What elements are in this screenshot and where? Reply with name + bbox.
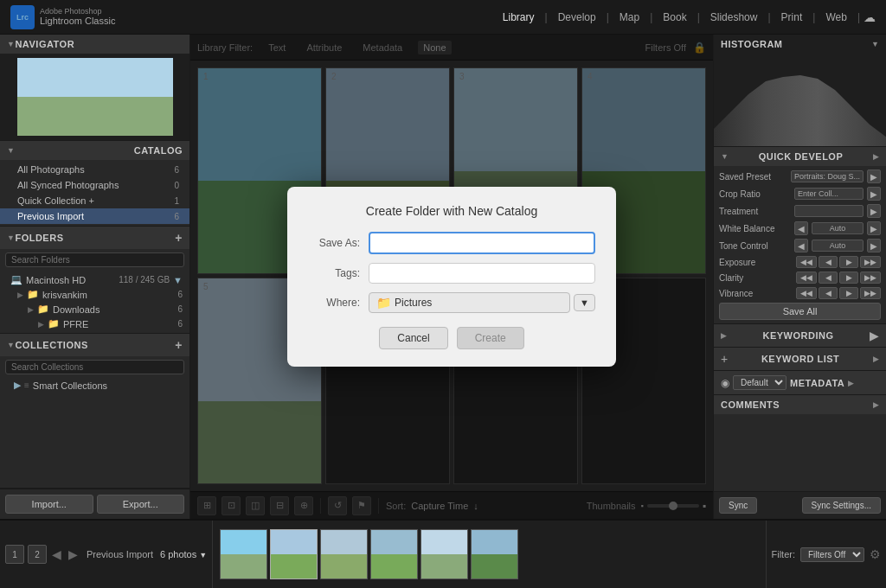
filmstrip-counter-1[interactable]: 1 — [5, 545, 24, 564]
where-dropdown-button[interactable]: ▼ — [574, 294, 595, 311]
smart-collections-item[interactable]: ▶ ≡ Smart Collections — [0, 378, 189, 393]
nav-book[interactable]: Book — [656, 10, 693, 25]
saved-preset-arrow[interactable]: ▶ — [867, 169, 881, 183]
treatment-arrow[interactable]: ▶ — [867, 204, 881, 218]
filmstrip-thumb-5[interactable] — [421, 529, 468, 579]
quick-develop-header[interactable]: ▼ Quick Develop ▶ — [714, 147, 886, 166]
keyword-list-header[interactable]: + Keyword List ▶ — [714, 347, 886, 370]
cancel-button[interactable]: Cancel — [379, 327, 447, 349]
sync-settings-button[interactable]: Sync Settings... — [802, 497, 881, 514]
wb-bar[interactable]: Auto — [812, 222, 864, 234]
filmstrip-thumb-6[interactable] — [471, 529, 518, 579]
folder-krisvankim[interactable]: ▶ 📁 krisvankim 6 — [0, 287, 189, 302]
filmstrip-next-btn[interactable]: ▶ — [67, 546, 80, 563]
saved-preset-controls: Portraits: Doug S... ▶ — [789, 169, 881, 183]
folders-add-btn[interactable]: + — [175, 231, 183, 245]
catalog-items: All Photographs 6 All Synced Photographs… — [0, 160, 189, 226]
vib-btn-2[interactable]: ◀ — [819, 287, 838, 299]
tags-label: Tags: — [308, 267, 369, 279]
clar-btn-2[interactable]: ◀ — [819, 272, 838, 284]
cloud-icon[interactable]: ☁ — [864, 10, 876, 24]
catalog-previous-import[interactable]: Previous Import 6 — [0, 208, 189, 224]
import-button[interactable]: Import... — [5, 495, 93, 514]
filmstrip-count-value: 6 photos — [160, 549, 196, 559]
filmstrip-thumb-1[interactable] — [220, 529, 267, 579]
wb-prev-btn[interactable]: ◀ — [794, 221, 808, 235]
folder-drive[interactable]: 💻 Macintosh HD 118 / 245 GB ▼ — [0, 272, 189, 287]
filmstrip-thumb-3[interactable] — [320, 529, 368, 579]
keyword-list-title: Keyword List — [761, 354, 839, 364]
filmstrip-section-label[interactable]: Previous Import — [83, 549, 157, 559]
clar-btn-4[interactable]: ▶▶ — [860, 272, 881, 284]
nav-library[interactable]: Library — [496, 10, 542, 25]
crop-ratio-bar[interactable]: Enter Coll... — [794, 188, 864, 200]
filter-bottom-select[interactable]: Filters Off — [800, 547, 864, 562]
catalog-all-photos[interactable]: All Photographs 6 — [0, 162, 189, 177]
exp-btn-2[interactable]: ◀ — [819, 256, 838, 268]
keyword-list-add[interactable]: + — [721, 352, 728, 366]
keywording-header[interactable]: ▶ Keywording ▶ — [714, 323, 886, 347]
vib-btn-1[interactable]: ◀◀ — [796, 287, 817, 299]
folders-search-input[interactable] — [5, 252, 184, 267]
treatment-bar[interactable] — [794, 205, 864, 217]
filmstrip-settings-icon[interactable]: ⚙ — [870, 547, 881, 561]
folders-header[interactable]: ▼ Folders + — [0, 227, 189, 249]
drive-icon: 💻 — [10, 274, 22, 285]
nav-map[interactable]: Map — [613, 10, 646, 25]
qd-white-balance-row: White Balance ◀ Auto ▶ — [719, 221, 881, 235]
folder-downloads[interactable]: ▶ 📁 Downloads 6 — [0, 302, 189, 316]
collections-label: Collections — [15, 340, 87, 350]
main-layout: ▼ Navigator ▼ Catalog All Photographs 6 — [0, 35, 886, 519]
exp-btn-3[interactable]: ▶ — [839, 256, 858, 268]
tone-next-btn[interactable]: ▶ — [867, 239, 881, 252]
wb-next-btn[interactable]: ▶ — [867, 221, 881, 235]
drive-expand-icon: ▼ — [173, 275, 183, 285]
nav-develop[interactable]: Develop — [551, 10, 603, 25]
save-all-button[interactable]: Save All — [719, 303, 881, 320]
navigator-header[interactable]: ▼ Navigator — [0, 35, 189, 54]
metadata-select[interactable]: Default — [733, 375, 786, 390]
saved-preset-bar[interactable]: Portraits: Doug S... — [791, 170, 864, 182]
folder-pfre[interactable]: ▶ 📁 PFRE 6 — [0, 316, 189, 331]
folder-triangle-2: ▶ — [28, 305, 34, 314]
save-as-input[interactable] — [369, 232, 595, 254]
filmstrip-thumb-4[interactable] — [370, 529, 418, 579]
vib-btn-4[interactable]: ▶▶ — [860, 287, 881, 299]
collections-header[interactable]: ▼ Collections + — [0, 334, 189, 356]
filmstrip-thumb-2[interactable] — [270, 529, 318, 579]
crop-ratio-arrow[interactable]: ▶ — [867, 187, 881, 201]
tags-input[interactable] — [369, 263, 595, 284]
where-folder-button[interactable]: 📁 Pictures — [369, 292, 570, 313]
tone-prev-btn[interactable]: ◀ — [794, 239, 808, 252]
clarity-label: Clarity — [719, 273, 780, 283]
crop-ratio-label: Crop Ratio — [719, 189, 780, 199]
catalog-header[interactable]: ▼ Catalog — [0, 141, 189, 160]
export-button[interactable]: Export... — [97, 495, 185, 514]
folder-triangle-1: ▶ — [17, 291, 23, 299]
catalog-quick-collection[interactable]: Quick Collection + 1 — [0, 193, 189, 208]
catalog-all-synced[interactable]: All Synced Photographs 0 — [0, 177, 189, 193]
metadata-header[interactable]: ◉ Default Metadata ▶ — [714, 370, 886, 394]
collections-search-input[interactable] — [5, 360, 184, 374]
create-button[interactable]: Create — [457, 327, 524, 349]
filmstrip-count[interactable]: 6 photos ▼ — [160, 549, 207, 559]
nav-links: Library | Develop | Map | Book | Slidesh… — [496, 10, 876, 25]
tags-field: Tags: — [308, 263, 595, 284]
exp-btn-4[interactable]: ▶▶ — [860, 256, 881, 268]
collections-add-btn[interactable]: + — [175, 338, 183, 352]
clar-btn-1[interactable]: ◀◀ — [796, 272, 817, 284]
sync-button[interactable]: Sync — [719, 497, 757, 514]
filmstrip-counter-2[interactable]: 2 — [28, 545, 47, 564]
tone-bar[interactable]: Auto — [812, 240, 864, 252]
right-panel: Histogram ▼ — [713, 35, 886, 519]
qd-treatment-row: Treatment ▶ — [719, 204, 881, 218]
comments-header[interactable]: Comments ▶ — [714, 394, 886, 414]
nav-slideshow[interactable]: Slideshow — [703, 10, 765, 25]
exp-btn-1[interactable]: ◀◀ — [796, 256, 817, 268]
nav-print[interactable]: Print — [774, 10, 810, 25]
nav-web[interactable]: Web — [819, 10, 853, 25]
vib-btn-3[interactable]: ▶ — [839, 287, 858, 299]
clar-btn-3[interactable]: ▶ — [839, 272, 858, 284]
center-content: Library Filter: Text Attribute Metadata … — [190, 35, 713, 519]
filmstrip-prev-btn[interactable]: ◀ — [50, 546, 63, 563]
